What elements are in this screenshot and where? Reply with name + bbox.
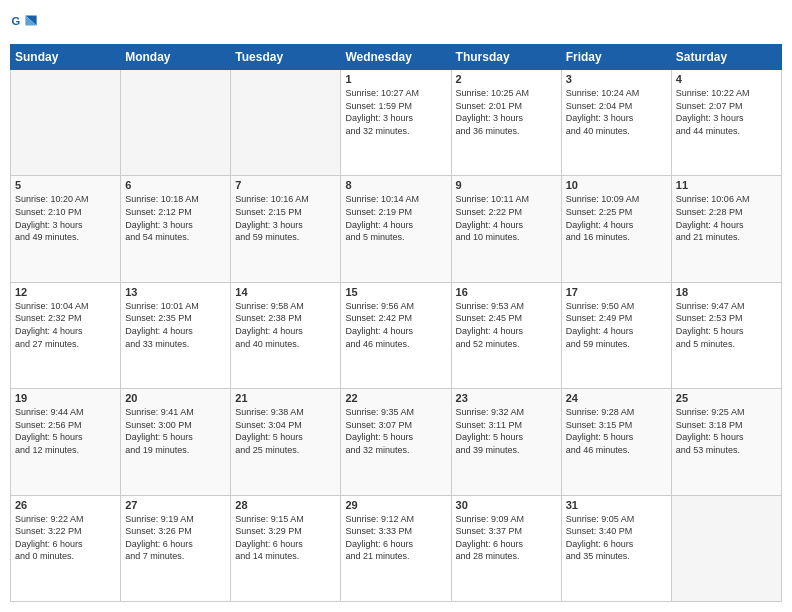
weekday-wednesday: Wednesday bbox=[341, 45, 451, 70]
day-cell: 26Sunrise: 9:22 AM Sunset: 3:22 PM Dayli… bbox=[11, 495, 121, 601]
day-cell bbox=[231, 70, 341, 176]
day-detail: Sunrise: 9:05 AM Sunset: 3:40 PM Dayligh… bbox=[566, 513, 667, 563]
day-cell: 2Sunrise: 10:25 AM Sunset: 2:01 PM Dayli… bbox=[451, 70, 561, 176]
day-cell bbox=[121, 70, 231, 176]
weekday-sunday: Sunday bbox=[11, 45, 121, 70]
header: G bbox=[10, 10, 782, 38]
day-detail: Sunrise: 9:12 AM Sunset: 3:33 PM Dayligh… bbox=[345, 513, 446, 563]
day-detail: Sunrise: 10:24 AM Sunset: 2:04 PM Daylig… bbox=[566, 87, 667, 137]
day-number: 1 bbox=[345, 73, 446, 85]
day-cell: 25Sunrise: 9:25 AM Sunset: 3:18 PM Dayli… bbox=[671, 389, 781, 495]
day-cell: 5Sunrise: 10:20 AM Sunset: 2:10 PM Dayli… bbox=[11, 176, 121, 282]
week-row-5: 26Sunrise: 9:22 AM Sunset: 3:22 PM Dayli… bbox=[11, 495, 782, 601]
day-detail: Sunrise: 9:19 AM Sunset: 3:26 PM Dayligh… bbox=[125, 513, 226, 563]
day-cell: 28Sunrise: 9:15 AM Sunset: 3:29 PM Dayli… bbox=[231, 495, 341, 601]
day-detail: Sunrise: 9:44 AM Sunset: 2:56 PM Dayligh… bbox=[15, 406, 116, 456]
day-detail: Sunrise: 9:56 AM Sunset: 2:42 PM Dayligh… bbox=[345, 300, 446, 350]
day-cell: 15Sunrise: 9:56 AM Sunset: 2:42 PM Dayli… bbox=[341, 282, 451, 388]
day-cell: 18Sunrise: 9:47 AM Sunset: 2:53 PM Dayli… bbox=[671, 282, 781, 388]
day-detail: Sunrise: 9:22 AM Sunset: 3:22 PM Dayligh… bbox=[15, 513, 116, 563]
day-detail: Sunrise: 9:50 AM Sunset: 2:49 PM Dayligh… bbox=[566, 300, 667, 350]
day-detail: Sunrise: 9:41 AM Sunset: 3:00 PM Dayligh… bbox=[125, 406, 226, 456]
day-detail: Sunrise: 10:04 AM Sunset: 2:32 PM Daylig… bbox=[15, 300, 116, 350]
weekday-saturday: Saturday bbox=[671, 45, 781, 70]
day-cell: 23Sunrise: 9:32 AM Sunset: 3:11 PM Dayli… bbox=[451, 389, 561, 495]
day-number: 26 bbox=[15, 499, 116, 511]
day-cell bbox=[11, 70, 121, 176]
day-cell: 1Sunrise: 10:27 AM Sunset: 1:59 PM Dayli… bbox=[341, 70, 451, 176]
day-cell: 27Sunrise: 9:19 AM Sunset: 3:26 PM Dayli… bbox=[121, 495, 231, 601]
day-number: 2 bbox=[456, 73, 557, 85]
day-number: 20 bbox=[125, 392, 226, 404]
day-number: 7 bbox=[235, 179, 336, 191]
day-cell: 4Sunrise: 10:22 AM Sunset: 2:07 PM Dayli… bbox=[671, 70, 781, 176]
day-number: 30 bbox=[456, 499, 557, 511]
day-number: 18 bbox=[676, 286, 777, 298]
day-cell bbox=[671, 495, 781, 601]
logo-icon: G bbox=[10, 10, 38, 38]
day-detail: Sunrise: 10:25 AM Sunset: 2:01 PM Daylig… bbox=[456, 87, 557, 137]
day-detail: Sunrise: 10:09 AM Sunset: 2:25 PM Daylig… bbox=[566, 193, 667, 243]
day-cell: 19Sunrise: 9:44 AM Sunset: 2:56 PM Dayli… bbox=[11, 389, 121, 495]
weekday-header-row: SundayMondayTuesdayWednesdayThursdayFrid… bbox=[11, 45, 782, 70]
day-detail: Sunrise: 9:32 AM Sunset: 3:11 PM Dayligh… bbox=[456, 406, 557, 456]
calendar: SundayMondayTuesdayWednesdayThursdayFrid… bbox=[10, 44, 782, 602]
day-cell: 13Sunrise: 10:01 AM Sunset: 2:35 PM Dayl… bbox=[121, 282, 231, 388]
day-detail: Sunrise: 10:01 AM Sunset: 2:35 PM Daylig… bbox=[125, 300, 226, 350]
day-cell: 20Sunrise: 9:41 AM Sunset: 3:00 PM Dayli… bbox=[121, 389, 231, 495]
day-cell: 31Sunrise: 9:05 AM Sunset: 3:40 PM Dayli… bbox=[561, 495, 671, 601]
logo: G bbox=[10, 10, 40, 38]
day-detail: Sunrise: 9:28 AM Sunset: 3:15 PM Dayligh… bbox=[566, 406, 667, 456]
day-cell: 8Sunrise: 10:14 AM Sunset: 2:19 PM Dayli… bbox=[341, 176, 451, 282]
day-detail: Sunrise: 10:14 AM Sunset: 2:19 PM Daylig… bbox=[345, 193, 446, 243]
day-detail: Sunrise: 10:20 AM Sunset: 2:10 PM Daylig… bbox=[15, 193, 116, 243]
day-detail: Sunrise: 9:58 AM Sunset: 2:38 PM Dayligh… bbox=[235, 300, 336, 350]
day-number: 21 bbox=[235, 392, 336, 404]
day-detail: Sunrise: 10:22 AM Sunset: 2:07 PM Daylig… bbox=[676, 87, 777, 137]
day-detail: Sunrise: 9:53 AM Sunset: 2:45 PM Dayligh… bbox=[456, 300, 557, 350]
day-detail: Sunrise: 9:38 AM Sunset: 3:04 PM Dayligh… bbox=[235, 406, 336, 456]
svg-text:G: G bbox=[11, 15, 20, 27]
day-cell: 10Sunrise: 10:09 AM Sunset: 2:25 PM Dayl… bbox=[561, 176, 671, 282]
day-number: 23 bbox=[456, 392, 557, 404]
day-number: 17 bbox=[566, 286, 667, 298]
day-detail: Sunrise: 9:09 AM Sunset: 3:37 PM Dayligh… bbox=[456, 513, 557, 563]
day-number: 10 bbox=[566, 179, 667, 191]
day-number: 15 bbox=[345, 286, 446, 298]
day-cell: 29Sunrise: 9:12 AM Sunset: 3:33 PM Dayli… bbox=[341, 495, 451, 601]
weekday-monday: Monday bbox=[121, 45, 231, 70]
weekday-tuesday: Tuesday bbox=[231, 45, 341, 70]
day-number: 9 bbox=[456, 179, 557, 191]
day-number: 4 bbox=[676, 73, 777, 85]
page: G SundayMondayTuesdayWednesdayThursdayFr… bbox=[0, 0, 792, 612]
day-cell: 24Sunrise: 9:28 AM Sunset: 3:15 PM Dayli… bbox=[561, 389, 671, 495]
day-cell: 14Sunrise: 9:58 AM Sunset: 2:38 PM Dayli… bbox=[231, 282, 341, 388]
week-row-2: 5Sunrise: 10:20 AM Sunset: 2:10 PM Dayli… bbox=[11, 176, 782, 282]
day-number: 12 bbox=[15, 286, 116, 298]
day-number: 19 bbox=[15, 392, 116, 404]
day-detail: Sunrise: 10:06 AM Sunset: 2:28 PM Daylig… bbox=[676, 193, 777, 243]
weekday-friday: Friday bbox=[561, 45, 671, 70]
week-row-4: 19Sunrise: 9:44 AM Sunset: 2:56 PM Dayli… bbox=[11, 389, 782, 495]
day-detail: Sunrise: 9:47 AM Sunset: 2:53 PM Dayligh… bbox=[676, 300, 777, 350]
day-cell: 17Sunrise: 9:50 AM Sunset: 2:49 PM Dayli… bbox=[561, 282, 671, 388]
day-cell: 9Sunrise: 10:11 AM Sunset: 2:22 PM Dayli… bbox=[451, 176, 561, 282]
day-detail: Sunrise: 9:35 AM Sunset: 3:07 PM Dayligh… bbox=[345, 406, 446, 456]
day-number: 14 bbox=[235, 286, 336, 298]
day-number: 5 bbox=[15, 179, 116, 191]
day-number: 13 bbox=[125, 286, 226, 298]
day-number: 25 bbox=[676, 392, 777, 404]
day-cell: 16Sunrise: 9:53 AM Sunset: 2:45 PM Dayli… bbox=[451, 282, 561, 388]
day-cell: 11Sunrise: 10:06 AM Sunset: 2:28 PM Dayl… bbox=[671, 176, 781, 282]
day-number: 27 bbox=[125, 499, 226, 511]
day-number: 24 bbox=[566, 392, 667, 404]
day-cell: 22Sunrise: 9:35 AM Sunset: 3:07 PM Dayli… bbox=[341, 389, 451, 495]
day-detail: Sunrise: 9:15 AM Sunset: 3:29 PM Dayligh… bbox=[235, 513, 336, 563]
day-number: 8 bbox=[345, 179, 446, 191]
day-number: 16 bbox=[456, 286, 557, 298]
day-cell: 7Sunrise: 10:16 AM Sunset: 2:15 PM Dayli… bbox=[231, 176, 341, 282]
week-row-3: 12Sunrise: 10:04 AM Sunset: 2:32 PM Dayl… bbox=[11, 282, 782, 388]
day-number: 31 bbox=[566, 499, 667, 511]
day-number: 6 bbox=[125, 179, 226, 191]
day-detail: Sunrise: 10:16 AM Sunset: 2:15 PM Daylig… bbox=[235, 193, 336, 243]
